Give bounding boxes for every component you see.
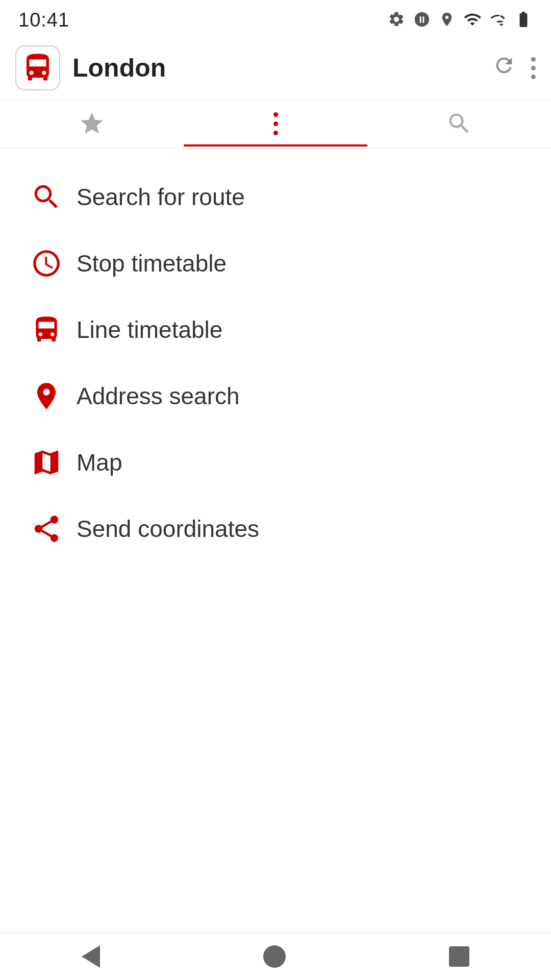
tab-bar [0,100,551,149]
menu-item-line-timetable[interactable]: Line timetable [0,297,551,363]
menu-item-send-coordinates[interactable]: Send coordinates [0,496,551,562]
bottom-nav [0,933,551,980]
more-options-button[interactable] [531,57,536,79]
line-timetable-label: Line timetable [77,316,222,344]
no-sim-icon [413,11,431,30]
battery-icon [514,10,533,31]
line-timetable-icon [31,314,77,346]
menu-item-search-route[interactable]: Search for route [0,164,551,230]
send-coordinates-icon [31,513,77,545]
location-icon [439,11,455,30]
tab-favorites[interactable] [0,110,184,148]
search-route-label: Search for route [77,183,245,211]
map-label: Map [77,449,122,476]
status-time: 10:41 [18,9,69,31]
menu-list: Search for route Stop timetable Line tim… [0,149,551,933]
app-logo [15,45,60,90]
gear-icon [388,11,405,30]
app-title: London [72,53,492,83]
address-search-icon [31,380,77,412]
menu-item-address-search[interactable]: Address search [0,363,551,429]
home-button[interactable] [263,945,286,968]
bus-logo-icon [21,51,55,85]
recent-apps-button[interactable] [449,946,469,967]
signal-icon [490,11,506,30]
refresh-button[interactable] [492,54,516,82]
menu-item-stop-timetable[interactable]: Stop timetable [0,230,551,297]
stop-timetable-icon [31,248,77,279]
search-tab-icon [446,110,472,139]
star-icon [79,110,105,139]
back-button[interactable] [82,945,100,968]
search-route-icon [31,181,77,213]
wifi-icon [463,10,482,31]
tab-search[interactable] [367,110,551,148]
map-icon [31,447,77,478]
tab-menu[interactable] [184,112,367,146]
send-coordinates-label: Send coordinates [77,515,259,543]
stop-timetable-label: Stop timetable [77,250,227,277]
app-bar-actions [492,54,536,82]
status-bar: 10:41 [0,0,551,36]
status-icons [388,10,533,31]
menu-item-map[interactable]: Map [0,429,551,496]
app-bar: London [0,36,551,100]
address-search-label: Address search [77,382,240,410]
menu-dots-icon [273,112,278,137]
